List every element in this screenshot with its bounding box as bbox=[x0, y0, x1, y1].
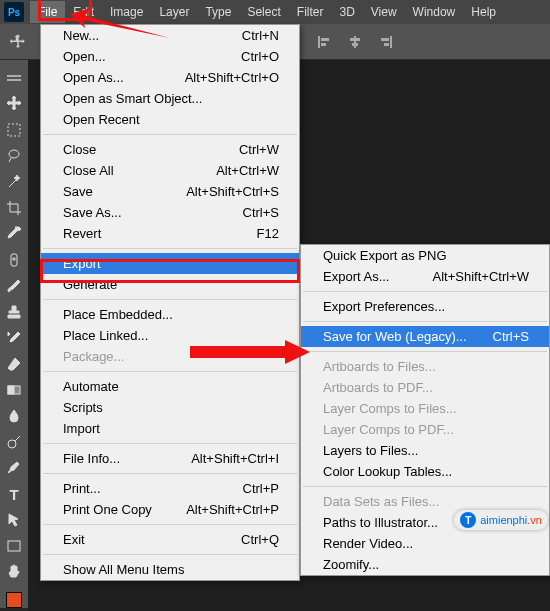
marquee-tool[interactable] bbox=[2, 118, 26, 142]
menu-item-open-recent[interactable]: Open Recent bbox=[41, 109, 299, 130]
menu-label: Color Lookup Tables... bbox=[323, 464, 452, 479]
menu-item-automate[interactable]: Automate bbox=[41, 376, 299, 397]
shortcut: Ctrl+O bbox=[241, 49, 279, 64]
svg-rect-6 bbox=[390, 36, 392, 48]
move-tool[interactable] bbox=[2, 92, 26, 116]
menu-item-open-as[interactable]: Open As...Alt+Shift+Ctrl+O bbox=[41, 67, 299, 88]
menu-bar: Ps File Edit Image Layer Type Select Fil… bbox=[0, 0, 550, 24]
menu-window[interactable]: Window bbox=[405, 1, 464, 23]
menu-item-save-as[interactable]: Save As...Ctrl+S bbox=[41, 202, 299, 223]
menu-label: Package... bbox=[63, 349, 124, 364]
menu-item-artboards-files: Artboards to Files... bbox=[301, 356, 549, 377]
menu-label: Open As... bbox=[63, 70, 124, 85]
align-right-icon[interactable] bbox=[373, 30, 397, 54]
svg-rect-7 bbox=[381, 38, 389, 41]
color-swatches[interactable] bbox=[6, 592, 22, 608]
menu-item-show-all[interactable]: Show All Menu Items bbox=[41, 559, 299, 580]
menu-label: Revert bbox=[63, 226, 101, 241]
svg-rect-0 bbox=[318, 36, 320, 48]
path-select-tool[interactable] bbox=[2, 508, 26, 532]
photoshop-logo: Ps bbox=[4, 2, 24, 22]
menu-item-render-video[interactable]: Render Video... bbox=[301, 533, 549, 554]
menu-item-exit[interactable]: ExitCtrl+Q bbox=[41, 529, 299, 550]
menu-label: Generate bbox=[63, 277, 117, 292]
type-tool[interactable]: T bbox=[2, 482, 26, 506]
separator bbox=[303, 351, 547, 352]
separator bbox=[43, 524, 297, 525]
menu-label: Save for Web (Legacy)... bbox=[323, 329, 467, 344]
menu-item-layers-files[interactable]: Layers to Files... bbox=[301, 440, 549, 461]
dodge-tool[interactable] bbox=[2, 430, 26, 454]
menu-item-quick-export[interactable]: Quick Export as PNG bbox=[301, 245, 549, 266]
menu-label: Data Sets as Files... bbox=[323, 494, 439, 509]
svg-rect-8 bbox=[384, 43, 389, 46]
menu-item-export[interactable]: Export bbox=[41, 253, 299, 274]
align-left-icon[interactable] bbox=[313, 30, 337, 54]
menu-layer[interactable]: Layer bbox=[151, 1, 197, 23]
separator bbox=[303, 291, 547, 292]
stamp-tool[interactable] bbox=[2, 300, 26, 324]
foreground-color[interactable] bbox=[6, 592, 22, 608]
separator bbox=[43, 443, 297, 444]
brush-tool[interactable] bbox=[2, 274, 26, 298]
move-tool-icon[interactable] bbox=[6, 30, 30, 54]
menu-edit[interactable]: Edit bbox=[65, 1, 102, 23]
menu-item-print[interactable]: Print...Ctrl+P bbox=[41, 478, 299, 499]
wand-tool[interactable] bbox=[2, 170, 26, 194]
blur-tool[interactable] bbox=[2, 404, 26, 428]
separator bbox=[43, 371, 297, 372]
menu-item-import[interactable]: Import bbox=[41, 418, 299, 439]
menu-select[interactable]: Select bbox=[239, 1, 288, 23]
menu-item-save-for-web[interactable]: Save for Web (Legacy)...Ctrl+S bbox=[301, 326, 549, 347]
menu-label: Export As... bbox=[323, 269, 389, 284]
menu-item-open[interactable]: Open...Ctrl+O bbox=[41, 46, 299, 67]
menu-item-place-linked[interactable]: Place Linked... bbox=[41, 325, 299, 346]
history-brush-tool[interactable] bbox=[2, 326, 26, 350]
menu-item-layercomps-files: Layer Comps to Files... bbox=[301, 398, 549, 419]
rectangle-tool[interactable] bbox=[2, 534, 26, 558]
menu-filter[interactable]: Filter bbox=[289, 1, 332, 23]
menu-item-print-one[interactable]: Print One CopyAlt+Shift+Ctrl+P bbox=[41, 499, 299, 520]
menu-image[interactable]: Image bbox=[102, 1, 151, 23]
menu-item-save[interactable]: SaveAlt+Shift+Ctrl+S bbox=[41, 181, 299, 202]
menu-label: Layer Comps to Files... bbox=[323, 401, 457, 416]
svg-point-13 bbox=[8, 440, 16, 448]
menu-item-package: Package... bbox=[41, 346, 299, 367]
menu-label: Export Preferences... bbox=[323, 299, 445, 314]
watermark-badge: T aimienphi.vn bbox=[454, 510, 548, 530]
svg-rect-2 bbox=[321, 43, 326, 46]
menu-item-open-smart[interactable]: Open as Smart Object... bbox=[41, 88, 299, 109]
menu-item-close[interactable]: CloseCtrl+W bbox=[41, 139, 299, 160]
menu-item-file-info[interactable]: File Info...Alt+Shift+Ctrl+I bbox=[41, 448, 299, 469]
menu-3d[interactable]: 3D bbox=[331, 1, 362, 23]
menu-view[interactable]: View bbox=[363, 1, 405, 23]
menu-file[interactable]: File bbox=[30, 1, 65, 23]
menu-item-export-prefs[interactable]: Export Preferences... bbox=[301, 296, 549, 317]
eraser-tool[interactable] bbox=[2, 352, 26, 376]
shortcut: Ctrl+W bbox=[239, 142, 279, 157]
eyedropper-tool[interactable] bbox=[2, 222, 26, 246]
menu-item-revert[interactable]: RevertF12 bbox=[41, 223, 299, 244]
menu-item-color-lookup[interactable]: Color Lookup Tables... bbox=[301, 461, 549, 482]
crop-tool[interactable] bbox=[2, 196, 26, 220]
heal-tool[interactable] bbox=[2, 248, 26, 272]
menu-item-generate[interactable]: Generate bbox=[41, 274, 299, 295]
shortcut: Ctrl+S bbox=[493, 329, 529, 344]
menu-item-place-embedded[interactable]: Place Embedded... bbox=[41, 304, 299, 325]
pen-tool[interactable] bbox=[2, 456, 26, 480]
menu-item-new[interactable]: New...Ctrl+N bbox=[41, 25, 299, 46]
shortcut: Alt+Shift+Ctrl+W bbox=[433, 269, 529, 284]
watermark-suffix: .vn bbox=[527, 514, 542, 526]
lasso-tool[interactable] bbox=[2, 144, 26, 168]
handle-icon[interactable] bbox=[2, 66, 26, 90]
hand-tool[interactable] bbox=[2, 560, 26, 584]
menu-type[interactable]: Type bbox=[197, 1, 239, 23]
menu-item-close-all[interactable]: Close AllAlt+Ctrl+W bbox=[41, 160, 299, 181]
gradient-tool[interactable] bbox=[2, 378, 26, 402]
menu-help[interactable]: Help bbox=[463, 1, 504, 23]
align-center-icon[interactable] bbox=[343, 30, 367, 54]
shortcut: Alt+Shift+Ctrl+I bbox=[191, 451, 279, 466]
menu-item-export-as[interactable]: Export As...Alt+Shift+Ctrl+W bbox=[301, 266, 549, 287]
menu-item-scripts[interactable]: Scripts bbox=[41, 397, 299, 418]
menu-item-zoomify[interactable]: Zoomify... bbox=[301, 554, 549, 575]
